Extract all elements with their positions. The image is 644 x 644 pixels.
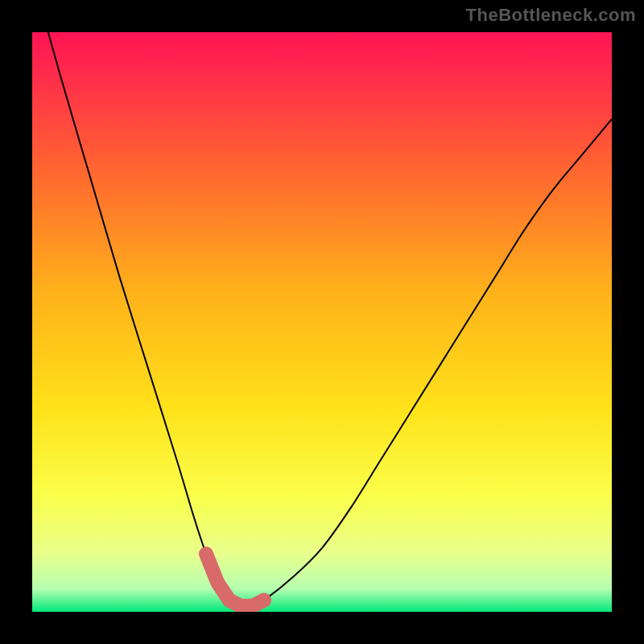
plot-area [32, 32, 612, 612]
watermark-text: TheBottleneck.com [466, 5, 636, 26]
plot-svg [32, 32, 612, 612]
plot-background [32, 32, 612, 612]
chart-frame: TheBottleneck.com [0, 0, 644, 644]
